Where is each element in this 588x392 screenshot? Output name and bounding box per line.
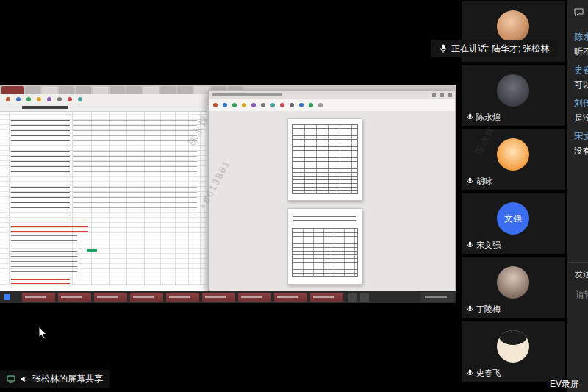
taskbar-item [58, 293, 91, 302]
speaker-icon [20, 375, 28, 383]
toolbar-icon [261, 103, 265, 107]
grid-line [200, 104, 201, 285]
send-to-selector[interactable]: 发送至 [574, 268, 588, 281]
taskbar-icon [360, 293, 369, 302]
toolbar-icon [299, 103, 304, 107]
grid-line [9, 104, 10, 285]
chat-sender: 陈永煌 [574, 31, 588, 43]
page-table [292, 228, 358, 277]
sheet-text-column [11, 235, 77, 278]
spreadsheet-window [0, 104, 207, 285]
favicon-dot [78, 97, 82, 101]
print-preview-window [208, 90, 456, 291]
browser-tab [76, 86, 91, 94]
browser-tab [59, 86, 74, 94]
taskbar-icon [348, 293, 357, 302]
participant-name: 史春飞 [476, 368, 501, 379]
chat-message: 听不到 [574, 46, 588, 58]
browser-tab [25, 86, 40, 94]
avatar-hair [499, 330, 528, 345]
chat-message: 是没有 [574, 112, 588, 124]
chat-message-input[interactable] [574, 288, 588, 300]
system-tray [420, 293, 454, 302]
participant-tile[interactable]: 文强 宋文强 [462, 193, 565, 254]
toolbar-icon [309, 103, 313, 107]
print-preview-area [209, 111, 455, 291]
browser-tab [1, 86, 24, 94]
toolbar-icon [223, 103, 227, 107]
close-icon [448, 93, 452, 97]
sheet-number-cells [74, 115, 197, 221]
browser-tab [110, 86, 125, 94]
favicon-dot [26, 97, 31, 101]
mic-icon [440, 44, 447, 54]
chat-message-list: 陈永煌 听不到 史春飞 可以 刘传松 是没有 宋文强 没有 [567, 24, 588, 162]
participant-tile[interactable]: 丁陵梅 [462, 257, 565, 318]
favicon-dot [47, 97, 51, 101]
participant-tile[interactable]: 胡咏 [462, 129, 565, 190]
avatar [497, 74, 529, 107]
toolbar-icon [280, 103, 284, 107]
chat-icon [574, 8, 584, 17]
mic-icon [467, 177, 473, 185]
sheet-green-cell [87, 249, 97, 252]
sheet-red-text-rows [11, 221, 88, 233]
main-stage: +8613861 陈永煌 [0, 0, 461, 392]
browser-tab [126, 86, 142, 94]
shared-desktop-taskbar [0, 291, 456, 303]
mic-icon [467, 241, 473, 249]
avatar [497, 138, 529, 171]
chat-message: 没有 [574, 145, 588, 157]
participant-strip[interactable]: 陈永煌 胡咏 文强 [462, 0, 565, 392]
browser-tab [42, 86, 57, 94]
avatar-text: 文强 [504, 213, 522, 225]
participant-name: 宋文强 [476, 240, 501, 251]
recorder-watermark: EV录屏 [550, 378, 579, 391]
minimize-icon [432, 93, 436, 97]
browser-tab [143, 86, 159, 94]
browser-tab [194, 86, 209, 94]
participant-name: 胡咏 [476, 176, 492, 187]
avatar [497, 330, 529, 363]
taskbar-item [22, 293, 55, 302]
taskbar-item [166, 293, 199, 302]
chat-panel[interactable]: 聊天 陈永煌 听不到 史春飞 可以 刘传松 是没有 宋文强 没有 发送至 [566, 0, 588, 392]
browser-tab [93, 86, 108, 94]
participant-name: 陈永煌 [476, 112, 501, 123]
taskbar-item [130, 293, 163, 302]
maximize-icon [440, 93, 444, 97]
screen-share-banner-text: 张松林的屏幕共享 [32, 373, 103, 385]
participant-tile[interactable]: 陈永煌 [462, 65, 565, 126]
toolbar-icon [290, 103, 294, 107]
mic-icon [467, 113, 473, 121]
taskbar-item [202, 293, 235, 302]
screen-share-view: +8613861 陈永煌 [0, 85, 456, 303]
window-title-bar [209, 91, 455, 99]
favicon-dot [37, 97, 41, 101]
speaking-indicator-toast: 正在讲话: 陆华才; 张松林 [431, 40, 558, 57]
sheet-text-column [11, 115, 70, 221]
chat-footer: 发送至 [567, 262, 588, 306]
participant-tile[interactable]: 史春飞 [462, 321, 565, 382]
toolbar-icon [318, 103, 323, 107]
taskbar-item [238, 293, 271, 302]
page-thumbnail-1 [287, 118, 362, 201]
favicon-dot [57, 97, 62, 101]
browser-tab [160, 86, 176, 94]
chat-sender: 刘传松 [574, 97, 588, 110]
toolbar-icon [242, 103, 246, 107]
favicon-dot [6, 97, 10, 101]
chat-header: 聊天 [567, 0, 588, 24]
favicon-dot [16, 97, 21, 101]
chat-sender: 宋文强 [574, 130, 588, 143]
sheet-red-text-row [11, 279, 70, 284]
taskbar-item [310, 293, 343, 302]
mic-icon [467, 369, 473, 377]
taskbar-item [94, 293, 127, 302]
favicon-dot [68, 97, 72, 101]
avatar-initials: 文强 [497, 202, 529, 235]
page-table [292, 124, 358, 194]
page-text-block [293, 213, 356, 224]
chat-message: 可以 [574, 79, 588, 91]
toolbar-icon [251, 103, 256, 107]
